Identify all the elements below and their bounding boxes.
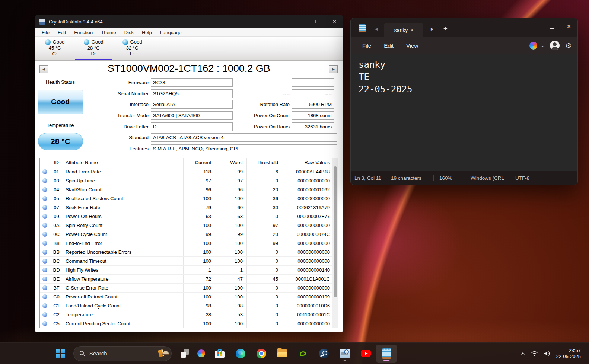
cell-threshold: 0 — [247, 212, 282, 221]
cell-worst: 99 — [215, 167, 247, 176]
cell-raw-values: 000000007F77 — [282, 212, 333, 221]
drive-selector-E[interactable]: Good 32 °C E: — [113, 37, 152, 60]
notepad-menu-edit[interactable]: Edit — [378, 42, 400, 49]
field-label: Drive Letter — [35, 124, 151, 130]
cdi-menu-item[interactable]: Function — [70, 30, 97, 35]
disk-info-field: Firmware SC23 — [35, 77, 236, 88]
active-app-indicator — [383, 360, 390, 361]
cdi-minimize-button[interactable]: — — [291, 15, 308, 28]
table-scrollbar[interactable] — [332, 158, 338, 328]
cdi-menu-item[interactable]: File — [38, 30, 54, 35]
table-scrollbar-thumb[interactable] — [334, 166, 337, 297]
drive-selector-C[interactable]: Good 45 °C C: — [35, 37, 74, 60]
notepad-text-area[interactable]: sankyTE22-05-2025 — [351, 54, 577, 171]
cell-raw-values: 00000000074C — [282, 230, 333, 239]
attribute-status-orb-icon — [42, 223, 47, 228]
taskbar-app-steam[interactable] — [313, 345, 334, 363]
disk-info-field: Rotation Rate 5900 RPM — [236, 99, 337, 110]
field-value: S.M.A.R.T., APM, NCQ, Streaming, GPL — [151, 144, 337, 153]
cdi-maximize-button[interactable] — [308, 15, 326, 28]
table-row[interactable]: B8 End-to-End Error 100 100 99 000000000… — [40, 239, 338, 248]
attribute-status-orb-icon — [42, 196, 47, 201]
notepad-minimize-button[interactable]: — — [526, 18, 543, 35]
cdi-titlebar[interactable]: CrystalDiskInfo 9.4.4 x64 — ✕ — [35, 15, 343, 28]
new-tab-button[interactable]: + — [443, 25, 448, 33]
notepad-close-button[interactable]: ✕ — [560, 18, 577, 35]
cell-current: 97 — [184, 176, 215, 185]
cdi-menu-item[interactable]: Language — [156, 30, 186, 35]
cell-current: 100 — [184, 257, 215, 265]
taskbar-app-crystaldiskinfo[interactable] — [334, 345, 355, 363]
taskbar-app-nvidia[interactable] — [293, 345, 313, 363]
start-button[interactable] — [52, 345, 69, 363]
table-row[interactable]: BE Airflow Temperature 72 47 45 00001C1A… — [40, 274, 338, 283]
tab-scroll-right-icon[interactable]: ▶ — [431, 27, 434, 31]
cell-raw-values: 000000000000 — [282, 319, 333, 328]
account-avatar[interactable] — [550, 41, 560, 50]
table-row[interactable]: BD High Fly Writes 1 1 0 000000000140 — [40, 265, 338, 274]
taskbar-app-file-explorer[interactable] — [272, 345, 293, 363]
table-row[interactable]: C1 Load/Unload Cycle Count 98 98 0 00000… — [40, 301, 338, 310]
copilot-taskbar-button[interactable] — [193, 345, 209, 363]
taskbar-app-edge[interactable] — [230, 345, 251, 363]
cell-id: 0C — [50, 230, 63, 239]
cell-threshold: 0 — [247, 310, 282, 319]
taskbar-app-microsoft-store[interactable] — [209, 345, 230, 363]
tab-scroll-left-icon[interactable]: ◀ — [375, 27, 378, 31]
cdi-menu-item[interactable]: Theme — [97, 30, 120, 35]
table-row[interactable]: 05 Reallocated Sectors Count 100 100 36 … — [40, 194, 338, 203]
running-indicator — [344, 360, 346, 361]
drive-letter: E: — [113, 51, 152, 57]
taskbar-clock[interactable]: 23:57 22-05-2025 — [556, 348, 581, 360]
table-row[interactable]: 07 Seek Error Rate 79 60 30 000621316A79 — [40, 203, 338, 212]
cdi-menu-item[interactable]: Edit — [54, 30, 70, 35]
tray-chevron-up-icon[interactable] — [520, 351, 525, 356]
table-row[interactable]: BB Reported Uncorrectable Errors 100 100… — [40, 248, 338, 256]
settings-gear-icon[interactable]: ⚙ — [565, 41, 572, 50]
search-box[interactable]: Search — [73, 346, 172, 361]
drive-selector-D[interactable]: Good 28 °C D: — [74, 37, 113, 60]
taskbar-app-chrome[interactable] — [251, 345, 272, 363]
cell-threshold: 36 — [247, 194, 282, 203]
notepad-maximize-button[interactable] — [543, 18, 560, 35]
task-view-button[interactable] — [176, 345, 193, 363]
cell-attribute-name: End-to-End Error — [63, 239, 184, 248]
taskbar-app-youtube[interactable] — [355, 345, 376, 363]
table-row[interactable]: BC Command Timeout 100 100 0 00000000000… — [40, 256, 338, 265]
volume-icon[interactable] — [544, 351, 551, 357]
copilot-icon[interactable] — [529, 42, 537, 50]
cdi-close-button[interactable]: ✕ — [326, 15, 343, 28]
notepad-menu-file[interactable]: File — [356, 42, 378, 49]
cell-worst: 100 — [215, 248, 247, 256]
cell-threshold: 97 — [247, 221, 282, 230]
table-row[interactable]: 01 Read Error Rate 118 99 6 00000AE44B18 — [40, 167, 338, 176]
table-row[interactable]: C0 Power-off Retract Count 100 100 0 000… — [40, 292, 338, 301]
taskbar-app-notepad[interactable] — [376, 345, 397, 363]
cell-threshold: 20 — [247, 185, 282, 194]
search-icon — [79, 351, 85, 357]
table-row[interactable]: C2 Temperature 28 53 0 00110000001C — [40, 310, 338, 319]
notepad-menu-view[interactable]: View — [400, 42, 424, 49]
chevron-down-icon[interactable]: ⌄ — [541, 43, 544, 48]
table-row[interactable]: 09 Power-On Hours 63 63 0 000000007F77 — [40, 212, 338, 221]
wifi-icon[interactable] — [531, 351, 538, 357]
field-label: Serial Number — [35, 91, 151, 96]
table-row[interactable]: 0C Power Cycle Count 99 99 20 0000000007… — [40, 230, 338, 239]
cdi-menu-item[interactable]: Disk — [120, 30, 138, 35]
table-row[interactable]: C5 Current Pending Sector Count 100 100 … — [40, 319, 338, 328]
table-row[interactable]: 03 Spin-Up Time 97 97 0 000000000000 — [40, 176, 338, 185]
cell-id: 0A — [50, 221, 63, 230]
clock-time: 23:57 — [556, 348, 581, 354]
table-row[interactable]: BF G-Sense Error Rate 100 100 0 00000000… — [40, 283, 338, 292]
notepad-tab-sanky[interactable]: sanky ● — [384, 23, 423, 37]
table-row[interactable]: 0A Spin Retry Count 100 100 97 000000000… — [40, 221, 338, 230]
drive-temperature: 28 °C — [74, 45, 113, 51]
col-header-id: ID — [50, 158, 63, 167]
table-row[interactable]: 04 Start/Stop Count 96 96 20 00000000109… — [40, 185, 338, 194]
status-segment: Ln 3, Col 11 — [351, 175, 388, 181]
attribute-status-orb-icon — [42, 241, 47, 246]
cdi-menu-item[interactable]: Help — [138, 30, 156, 35]
youtube-icon — [361, 350, 371, 357]
notepad-tabbar[interactable]: ◀ sanky ● ▶ + — ✕ — [351, 18, 577, 37]
cell-id: C5 — [50, 319, 63, 328]
